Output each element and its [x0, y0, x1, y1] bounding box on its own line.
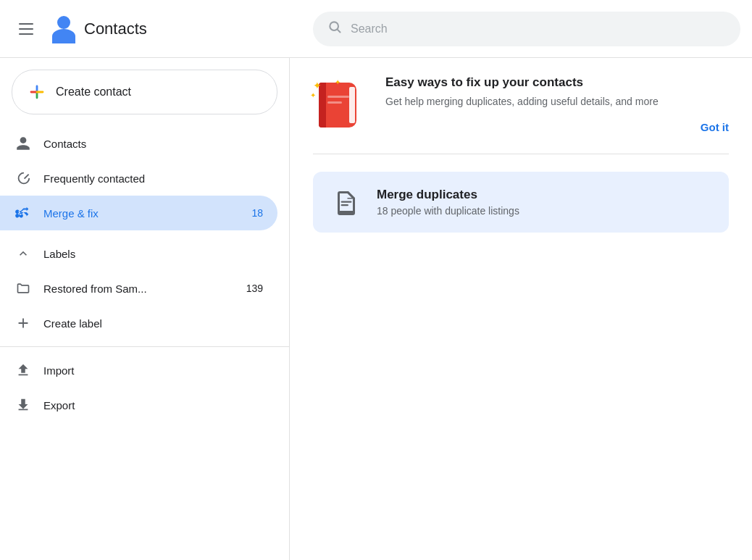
merge-fix-badge: 18	[251, 207, 263, 219]
export-label: Export	[43, 399, 75, 411]
merge-duplicates-card[interactable]: Merge duplicates 18 people with duplicat…	[313, 172, 729, 233]
header: Contacts	[0, 0, 752, 58]
create-label-text: Create label	[43, 317, 102, 330]
svg-rect-6	[341, 201, 352, 203]
contacts-label: Contacts	[43, 138, 86, 150]
restored-badge: 139	[246, 283, 263, 294]
sidebar-item-import[interactable]: Import	[0, 353, 277, 388]
search-bar[interactable]	[313, 12, 740, 46]
sidebar-item-frequently-contacted[interactable]: Frequently contacted	[0, 161, 277, 196]
sidebar-item-export[interactable]: Export	[0, 388, 277, 422]
sidebar-item-merge-fix[interactable]: Merge & fix 18	[0, 196, 277, 230]
logo-area: Contacts	[49, 14, 147, 43]
download-icon	[14, 396, 32, 414]
create-contact-label: Create contact	[56, 85, 131, 99]
app-logo	[49, 14, 78, 43]
got-it-button[interactable]: Got it	[701, 118, 729, 136]
create-contact-button[interactable]: Create contact	[12, 70, 277, 114]
merge-fix-label: Merge & fix	[43, 207, 99, 220]
tip-banner: ✦ ✦ ✦ Easy ways to fix up your contacts …	[313, 75, 729, 154]
restored-label: Restored from Sam...	[43, 283, 147, 295]
sparkle-icon-2: ✦	[310, 91, 316, 99]
tip-title: Easy ways to fix up your contacts	[385, 75, 729, 90]
sidebar-divider	[0, 346, 289, 347]
svg-line-1	[338, 30, 341, 33]
sidebar: Create contact Contacts Frequently conta…	[0, 58, 290, 560]
tip-description: Get help merging duplicates, adding usef…	[385, 94, 729, 109]
frequently-contacted-label: Frequently contacted	[43, 172, 145, 185]
header-left: Contacts	[12, 14, 301, 43]
tip-text-block: Easy ways to fix up your contacts Get he…	[385, 75, 729, 136]
content-area: ✦ ✦ ✦ Easy ways to fix up your contacts …	[290, 58, 752, 560]
labels-section-label: Labels	[43, 248, 75, 260]
sparkle-icon-3: ✦	[335, 78, 341, 86]
merge-text-block: Merge duplicates 18 people with duplicat…	[377, 188, 711, 217]
search-icon	[327, 20, 342, 38]
main-layout: Create contact Contacts Frequently conta…	[0, 58, 752, 560]
merge-icon	[14, 204, 32, 222]
person-icon	[14, 135, 32, 152]
chevron-up-icon	[14, 245, 32, 262]
app-title: Contacts	[84, 20, 147, 38]
sidebar-item-contacts[interactable]: Contacts	[0, 126, 277, 161]
search-input[interactable]	[351, 22, 726, 35]
history-icon	[14, 170, 32, 187]
labels-section-header[interactable]: Labels	[0, 236, 289, 271]
sidebar-item-restored[interactable]: Restored from Sam... 139	[0, 271, 277, 306]
import-label: Import	[43, 364, 75, 377]
tip-illustration: ✦ ✦ ✦	[313, 75, 371, 133]
sidebar-item-create-label[interactable]: Create label	[0, 306, 277, 340]
svg-rect-7	[341, 204, 349, 206]
label-icon	[14, 280, 32, 297]
merge-duplicates-icon	[330, 186, 362, 218]
sparkle-icon: ✦	[313, 80, 322, 91]
add-icon	[14, 314, 32, 332]
merge-duplicates-description: 18 people with duplicate listings	[377, 205, 711, 217]
menu-button[interactable]	[12, 14, 41, 43]
upload-icon	[14, 362, 32, 379]
plus-icon	[27, 82, 47, 102]
merge-duplicates-title: Merge duplicates	[377, 188, 711, 202]
